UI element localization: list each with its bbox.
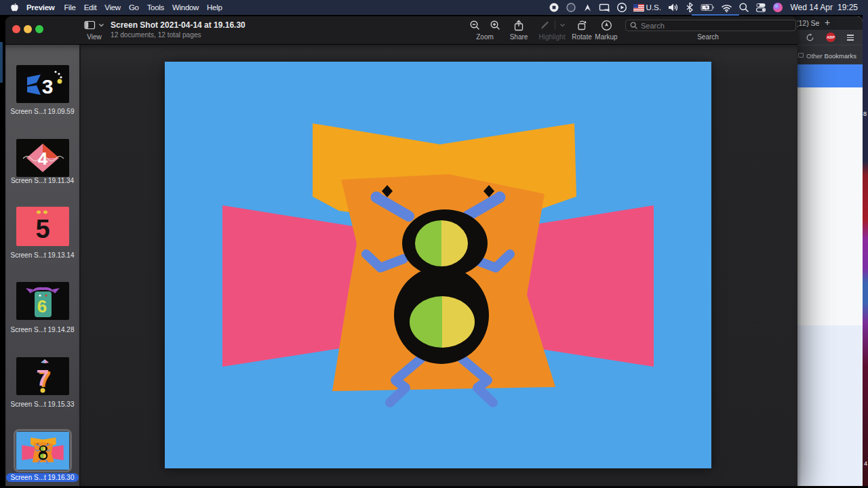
search-group: Search [620,19,796,41]
input-source-label: U.S. [646,3,661,12]
zoom-window-button[interactable] [35,25,43,33]
new-tab-button[interactable]: + [825,17,830,28]
selected-thumbnail-border [14,429,72,472]
thumbnail-4[interactable]: 4 [16,139,69,177]
bluetooth-icon[interactable] [682,0,697,15]
menu-bar-status: U.S. Wed 14 Apr 19:25 [545,0,868,15]
thumbnail-label[interactable]: Screen S...t 19.09.59 [5,108,79,115]
rotate-icon [576,20,588,30]
highlight-pen-icon [539,20,551,30]
thumbnail-label[interactable]: Screen S...t 19.13.14 [5,251,79,259]
menu-file[interactable]: File [60,0,79,15]
menu-edit[interactable]: Edit [80,0,101,15]
highlight-chevron-icon[interactable] [559,23,566,27]
svg-text:5: 5 [35,215,50,243]
desktop-icon-label: 4 [864,460,867,467]
zoom-in-icon[interactable] [490,20,500,30]
thumbnail-8[interactable] [16,432,69,470]
menu-preview[interactable]: Preview [21,0,60,15]
search-icon [630,22,637,29]
search-input[interactable] [625,20,796,31]
control-center-icon[interactable] [752,0,769,15]
thumbnail-label[interactable]: Screen S...t 19.14.28 [5,326,79,333]
reload-icon[interactable] [806,33,814,42]
creative-cloud-icon[interactable] [562,0,579,15]
thumbnail-7[interactable]: 7 7 [16,357,69,395]
thumbnail-label[interactable]: Screen S...t 19.15.33 [5,401,79,408]
desktop-wallpaper-sliver [692,14,739,16]
menu-bar-clock[interactable]: Wed 14 Apr 19:25 [786,3,858,12]
view-button[interactable]: View [78,19,111,41]
menu-help[interactable]: Help [203,0,226,15]
clock-date: Wed 14 Apr [790,3,832,12]
markup-button[interactable]: Markup [594,19,618,41]
zoom-out-icon[interactable] [469,20,480,30]
divider [555,20,555,30]
chevron-down-icon [98,23,104,27]
siri-icon[interactable] [769,0,786,15]
svg-text:4: 4 [37,148,47,169]
menu-go[interactable]: Go [125,0,143,15]
apple-menu-icon[interactable] [10,3,19,13]
clock-time: 19:25 [837,3,858,12]
thumbnail-sidebar: 3 Screen S...t 19.09.59 4 Screen S...t 1… [5,45,79,488]
svg-text:7: 7 [36,365,49,390]
window-subtitle: 12 documents, 12 total pages [111,31,245,39]
menu-bar: Preview File Edit View Go Tools Window H… [0,0,868,15]
play-circle-icon[interactable] [613,0,630,15]
other-bookmarks-label[interactable]: Other Bookmarks [806,52,856,60]
share-button[interactable]: Share [507,19,531,41]
window-title-group: Screen Shot 2021-04-14 at 19.16.30 12 do… [111,20,245,39]
document-canvas [79,45,797,488]
desktop-wallpaper [863,0,868,488]
menu-tools[interactable]: Tools [143,0,168,15]
thumbnail-label[interactable]: Screen S...t 19.11.34 [5,177,79,184]
wifi-icon[interactable] [717,0,735,15]
utility-arrow-icon[interactable] [579,0,595,15]
svg-text:6: 6 [37,296,46,317]
desktop-icon-label: 8 [863,110,867,117]
menu-view[interactable]: View [100,0,125,15]
thumbnail-6[interactable]: 6 [16,282,69,320]
thumbnail-label-selected[interactable]: Screen S...t 19.16.30 [5,473,79,482]
browser-window: (12) Se + ABP Other Bookmarks [791,16,863,488]
markup-icon [601,20,612,31]
window-title: Screen Shot 2021-04-14 at 19.16.30 [111,20,245,30]
input-source-flag[interactable]: U.S. [630,3,664,12]
battery-icon[interactable] [697,0,717,15]
minimize-button[interactable] [24,25,32,33]
adblock-extension-icon[interactable]: ABP [826,33,835,42]
zoom-controls: Zoom [461,19,509,41]
menu-window[interactable]: Window [168,0,203,15]
svg-text:3: 3 [41,75,53,98]
title-bar: View Screen Shot 2021-04-14 at 19.16.30 … [5,16,797,45]
document-image[interactable] [165,62,711,468]
spotlight-search-icon[interactable] [735,0,752,15]
browser-menu-icon[interactable] [847,35,854,41]
volume-icon[interactable] [664,0,682,15]
share-icon [513,20,524,31]
preview-window: View Screen Shot 2021-04-14 at 19.16.30 … [5,16,797,488]
close-button[interactable] [12,25,20,33]
stop-recording-icon[interactable] [545,0,562,15]
rotate-button[interactable]: Rotate [570,19,594,41]
thumbnail-5[interactable]: 5 [16,207,69,246]
sidebar-icon [84,20,96,30]
menu-bar-left: Preview File Edit View Go Tools Window H… [0,0,226,15]
display-icon[interactable] [595,0,613,15]
desktop-wallpaper-edge [0,42,3,83]
thumbnail-3[interactable]: 3 [16,65,69,103]
highlight-button[interactable]: Highlight [531,19,573,41]
